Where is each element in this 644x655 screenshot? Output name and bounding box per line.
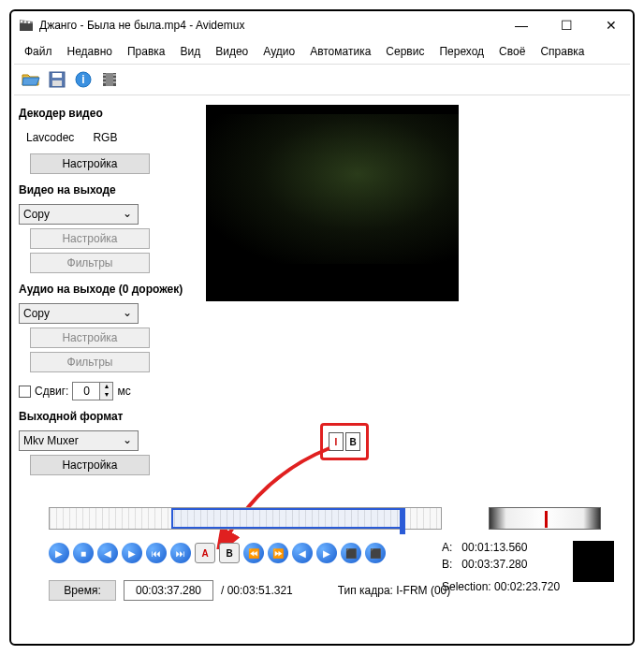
- svg-rect-2: [21, 21, 22, 22]
- stop-button[interactable]: ■: [73, 543, 94, 563]
- time-current-field[interactable]: 00:03:37.280: [124, 580, 213, 601]
- video-frame: [206, 114, 459, 264]
- time-total: / 00:03:51.321: [221, 584, 293, 597]
- svg-rect-6: [52, 73, 62, 78]
- goto-a-button[interactable]: ◀: [292, 543, 313, 563]
- next-black-button[interactable]: ⬛: [365, 543, 386, 563]
- prev-keyframe-button[interactable]: ⏮: [146, 543, 167, 563]
- set-marker-a-button[interactable]: A: [195, 543, 215, 563]
- titlebar: Джанго - Была не была.mp4 - Avidemux — ☐…: [11, 11, 633, 39]
- svg-rect-15: [103, 81, 106, 83]
- goto-b-button[interactable]: ▶: [316, 543, 337, 563]
- menu-video[interactable]: Видео: [210, 43, 254, 60]
- audio-out-filters-button: Фильтры: [30, 352, 150, 372]
- info-button[interactable]: i: [72, 68, 95, 91]
- highlight-a-icon: I: [329, 432, 344, 451]
- decoder-configure-button[interactable]: Настройка: [30, 153, 150, 174]
- svg-rect-7: [52, 80, 62, 86]
- selection-duration: Selection: 00:02:23.720: [442, 580, 560, 593]
- window-title: Джанго - Была не была.mp4 - Avidemux: [39, 19, 507, 32]
- menu-view[interactable]: Вид: [175, 43, 207, 60]
- goto-end-button[interactable]: ⏩: [268, 543, 288, 563]
- output-format-label: Выходной формат: [19, 410, 187, 423]
- svg-rect-18: [113, 81, 116, 83]
- output-format-select[interactable]: Mkv Muxer: [19, 430, 139, 451]
- app-icon: [19, 18, 34, 33]
- menu-file[interactable]: Файл: [19, 43, 58, 60]
- timeline-handle[interactable]: [400, 508, 405, 534]
- marker-highlight: I B: [320, 423, 369, 460]
- goto-start-button[interactable]: ⏪: [243, 543, 264, 563]
- svg-text:i: i: [81, 73, 84, 86]
- toolbar: i: [14, 64, 630, 95]
- decoder-label: Декодер видео: [19, 107, 187, 120]
- next-keyframe-button[interactable]: ⏭: [170, 543, 191, 563]
- prev-black-button[interactable]: ⬛: [341, 543, 361, 563]
- shift-checkbox[interactable]: [19, 386, 31, 398]
- highlight-b-icon: B: [345, 432, 360, 451]
- minimize-button[interactable]: —: [507, 18, 535, 33]
- video-out-configure-button: Настройка: [30, 228, 150, 249]
- video-out-select[interactable]: Copy: [19, 204, 139, 225]
- prev-frame-button[interactable]: ◀: [97, 543, 118, 563]
- audio-out-select[interactable]: Copy: [19, 303, 139, 324]
- time-button[interactable]: Время:: [49, 580, 116, 601]
- frame-type: Тип кадра: I-FRM (00): [338, 584, 451, 597]
- marker-a-value: 00:01:13.560: [461, 541, 527, 554]
- svg-rect-4: [28, 22, 30, 23]
- output-format-configure-button[interactable]: Настройка: [30, 455, 150, 475]
- decoder-codec: Lavcodec: [26, 131, 74, 144]
- menu-go[interactable]: Переход: [433, 43, 490, 60]
- jog-mark: [545, 511, 548, 528]
- shift-label: Сдвиг:: [35, 385, 68, 398]
- menu-custom[interactable]: Своё: [493, 43, 531, 60]
- menu-recent[interactable]: Недавно: [62, 43, 118, 60]
- save-button[interactable]: [46, 68, 68, 91]
- marker-b-label: B:: [442, 558, 452, 571]
- timeline-selection: [171, 508, 405, 529]
- menu-help[interactable]: Справка: [534, 43, 590, 60]
- marker-b-value: 00:03:37.280: [461, 558, 527, 571]
- set-marker-b-button[interactable]: B: [219, 543, 240, 563]
- menu-tools[interactable]: Сервис: [380, 43, 430, 60]
- next-frame-button[interactable]: ▶: [122, 543, 142, 563]
- open-button[interactable]: [20, 68, 42, 91]
- audio-out-configure-button: Настройка: [30, 328, 150, 348]
- audio-out-value: Copy: [23, 307, 50, 320]
- audio-out-label: Аудио на выходе (0 дорожек): [19, 283, 187, 296]
- decoder-mode: RGB: [93, 131, 117, 144]
- video-out-filters-button: Фильтры: [30, 253, 150, 273]
- shift-down[interactable]: ▼: [99, 391, 112, 400]
- maximize-button[interactable]: ☐: [552, 18, 580, 33]
- play-button[interactable]: ▶: [49, 543, 69, 563]
- shift-value: 0: [73, 383, 99, 400]
- film-button[interactable]: [98, 68, 121, 91]
- timeline-track[interactable]: [49, 507, 442, 530]
- output-format-value: Mkv Muxer: [23, 434, 79, 447]
- menu-audio[interactable]: Аудио: [257, 43, 300, 60]
- menubar: Файл Недавно Правка Вид Видео Аудио Авто…: [11, 39, 633, 64]
- svg-rect-17: [113, 78, 116, 80]
- shift-spinner[interactable]: 0 ▲▼: [72, 382, 113, 400]
- svg-rect-16: [113, 74, 116, 76]
- jog-wheel[interactable]: [489, 507, 601, 530]
- shift-unit: мс: [117, 385, 130, 398]
- menu-edit[interactable]: Правка: [122, 43, 171, 60]
- svg-rect-13: [103, 74, 106, 76]
- svg-rect-14: [103, 78, 106, 80]
- marker-a-label: A:: [442, 541, 452, 554]
- shift-up[interactable]: ▲: [99, 383, 112, 391]
- svg-rect-3: [24, 21, 26, 22]
- menu-auto[interactable]: Автоматика: [304, 43, 376, 60]
- video-out-value: Copy: [23, 208, 50, 221]
- svg-rect-0: [20, 23, 33, 31]
- video-out-label: Видео на выходе: [19, 183, 187, 196]
- video-preview: [206, 105, 459, 301]
- close-button[interactable]: ✕: [597, 18, 625, 33]
- thumbnail-box: [573, 541, 614, 582]
